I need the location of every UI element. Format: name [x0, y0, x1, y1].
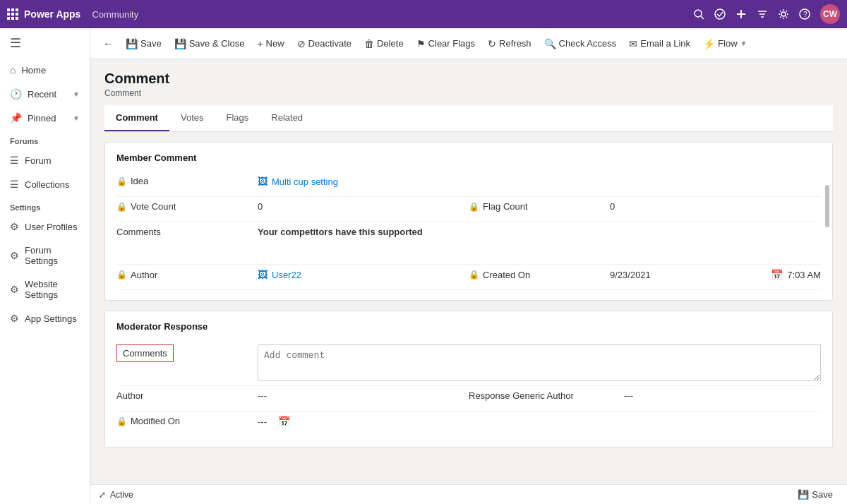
flag-count-label: 🔒 Flag Count: [469, 201, 610, 212]
delete-button[interactable]: 🗑 Delete: [359, 34, 409, 54]
clear-flags-icon: ⚑: [416, 38, 426, 49]
clear-flags-label: Clear Flags: [428, 38, 475, 49]
svg-line-10: [701, 16, 704, 19]
filter-icon[interactable]: [757, 8, 768, 20]
mod-author-value-text: ---: [258, 390, 267, 401]
tab-comment[interactable]: Comment: [104, 105, 169, 131]
svg-text:?: ?: [803, 11, 807, 18]
expand-icon[interactable]: ⤢: [99, 490, 106, 500]
page-title: Comment: [104, 71, 833, 87]
svg-rect-4: [11, 13, 14, 16]
tab-votes[interactable]: Votes: [169, 105, 215, 131]
member-comment-title: Member Comment: [116, 152, 821, 163]
sidebar-item-collections[interactable]: ☰ Collections: [0, 172, 90, 196]
gear-icon[interactable]: [778, 8, 789, 20]
modified-on-label: 🔒 Modified On: [116, 416, 258, 426]
sidebar-item-website-settings[interactable]: ⚙ Website Settings: [0, 272, 90, 306]
response-generic-author-label: Response Generic Author: [469, 390, 624, 401]
author-label-text: Author: [131, 270, 157, 280]
check-access-button[interactable]: 🔍 Check Access: [539, 34, 623, 54]
mod-author-label: Author: [116, 390, 258, 401]
modified-on-label-text: Modified On: [131, 416, 180, 426]
sidebar-item-app-settings[interactable]: ⚙ App Settings: [0, 306, 90, 330]
tab-flags[interactable]: Flags: [215, 105, 260, 131]
sidebar-collections-label: Collections: [25, 179, 70, 190]
vote-count-value: 0: [258, 201, 469, 212]
save-close-label: Save & Close: [189, 38, 245, 49]
pinned-icon: 📌: [10, 112, 22, 124]
tab-related[interactable]: Related: [260, 105, 314, 131]
help-icon[interactable]: ?: [799, 8, 810, 20]
save-label: Save: [140, 38, 162, 49]
flow-button[interactable]: ⚡ Flow ▼: [697, 34, 752, 54]
page-content: Comment Comment Comment Votes Flags Rela…: [90, 59, 847, 484]
deactivate-button[interactable]: ⊘ Deactivate: [292, 34, 357, 54]
checkmark-icon[interactable]: [714, 8, 726, 20]
vote-count-label: 🔒 Vote Count: [116, 201, 258, 212]
svg-point-11: [715, 9, 725, 19]
sidebar-item-forum[interactable]: ☰ Forum: [0, 148, 90, 172]
mod-comments-textarea[interactable]: [258, 344, 821, 381]
top-nav-left: Power Apps Community: [7, 8, 138, 20]
sidebar-item-user-profiles[interactable]: ⚙ User Profiles: [0, 215, 90, 239]
avatar[interactable]: CW: [820, 4, 840, 24]
author-value-text: User22: [272, 270, 301, 280]
user-profiles-icon: ⚙: [10, 221, 19, 232]
sidebar-pinned-label: Pinned: [28, 113, 56, 124]
sidebar-toggle[interactable]: ☰: [0, 28, 90, 58]
page-title-area: Comment Comment: [104, 71, 833, 98]
sidebar-home-label: Home: [21, 65, 46, 76]
add-icon[interactable]: [735, 8, 747, 20]
sidebar-item-pinned[interactable]: 📌 Pinned ▼: [0, 106, 90, 130]
collections-icon: ☰: [10, 179, 19, 190]
lock-icon-author: 🔒: [116, 270, 127, 280]
email-link-label: Email a Link: [640, 38, 690, 49]
author-value[interactable]: 🖼 User22: [258, 269, 469, 280]
sidebar-app-settings-label: App Settings: [25, 313, 77, 324]
created-on-label-text: Created On: [483, 270, 530, 280]
svg-rect-6: [7, 17, 10, 20]
status-save-button[interactable]: 💾 Save: [792, 488, 839, 501]
vote-flag-row: 🔒 Vote Count 0 🔒 Flag Count: [116, 197, 821, 222]
lock-icon-flag: 🔒: [469, 202, 479, 212]
sidebar-item-forum-settings[interactable]: ⚙ Forum Settings: [0, 239, 90, 272]
app-settings-icon: ⚙: [10, 313, 19, 324]
back-button[interactable]: ←: [97, 34, 119, 54]
sidebar-item-home[interactable]: ⌂ Home: [0, 58, 90, 82]
deactivate-label: Deactivate: [308, 38, 352, 49]
mod-comments-row: Comments: [116, 340, 821, 386]
check-access-label: Check Access: [559, 38, 617, 49]
email-icon: ✉: [629, 38, 637, 49]
status-save-icon: 💾: [798, 489, 809, 500]
new-button[interactable]: + New: [251, 34, 289, 54]
grid-icon[interactable]: [7, 8, 18, 20]
sidebar: ☰ ⌂ Home 🕐 Recent ▼ 📌 Pinned ▼ Forums ☰ …: [0, 28, 90, 504]
svg-rect-0: [7, 8, 10, 11]
new-icon: +: [257, 38, 263, 49]
created-on-date-text: 9/23/2021: [610, 270, 651, 280]
check-access-icon: 🔍: [544, 38, 556, 49]
search-icon[interactable]: [693, 8, 704, 20]
svg-rect-1: [11, 8, 14, 11]
email-link-button[interactable]: ✉ Email a Link: [623, 34, 696, 54]
app-name: Power Apps: [24, 8, 80, 20]
idea-value[interactable]: 🖼 Multi cup setting: [258, 176, 821, 187]
save-icon: 💾: [126, 38, 138, 49]
clear-flags-button[interactable]: ⚑ Clear Flags: [411, 34, 481, 54]
refresh-button[interactable]: ↻ Refresh: [482, 34, 537, 54]
delete-label: Delete: [377, 38, 404, 49]
chevron-down-icon: ▼: [73, 90, 80, 98]
sidebar-section-settings: Settings: [0, 196, 90, 215]
svg-rect-2: [16, 8, 18, 11]
flag-count-value: 0: [610, 201, 821, 212]
author-link-icon: 🖼: [258, 269, 268, 280]
comments-value-text: Your competitors have this supported: [258, 227, 423, 237]
save-button[interactable]: 💾 Save: [120, 34, 167, 54]
save-close-button[interactable]: 💾 Save & Close: [169, 34, 251, 54]
forum-icon: ☰: [10, 155, 19, 166]
breadcrumb: Comment: [104, 88, 833, 98]
sidebar-website-settings-label: Website Settings: [25, 279, 80, 300]
idea-link-icon: 🖼: [258, 176, 268, 187]
calendar-icon-modified: 📅: [278, 416, 290, 427]
sidebar-item-recent[interactable]: 🕐 Recent ▼: [0, 82, 90, 106]
